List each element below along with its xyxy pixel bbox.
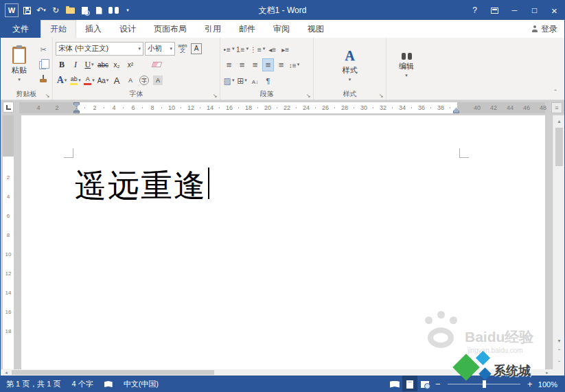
- sort-button[interactable]: [249, 74, 261, 87]
- proofing-button[interactable]: [99, 376, 118, 392]
- highlight-color-button[interactable]: ab: [69, 74, 82, 87]
- change-case-dropdown-icon[interactable]: [106, 78, 109, 83]
- previous-page-button[interactable]: [553, 347, 565, 358]
- clear-formatting-button[interactable]: [150, 58, 163, 71]
- show-hide-marks-button[interactable]: [262, 74, 274, 87]
- scroll-right-button[interactable]: [542, 369, 553, 376]
- tab-design[interactable]: 设计: [111, 20, 145, 38]
- left-indent-marker[interactable]: [73, 111, 80, 113]
- styles-dropdown-icon[interactable]: [349, 77, 351, 82]
- pinyin-guide-button[interactable]: wén文: [176, 42, 189, 55]
- enclose-characters-button[interactable]: 字: [138, 74, 150, 87]
- tab-page-layout[interactable]: 页面布局: [145, 20, 196, 38]
- scroll-left-button[interactable]: [1, 369, 12, 376]
- redo-button[interactable]: [49, 3, 62, 17]
- font-size-dropdown-icon[interactable]: [170, 46, 172, 51]
- font-color-dropdown-icon[interactable]: [92, 78, 95, 83]
- multilevel-dropdown-icon[interactable]: [263, 46, 266, 51]
- subscript-button[interactable]: x₂: [111, 58, 123, 71]
- horizontal-scrollbar[interactable]: [1, 369, 564, 376]
- print-preview-button[interactable]: [78, 3, 91, 17]
- numbering-dropdown-icon[interactable]: [246, 46, 249, 51]
- page[interactable]: 遥远重逢: [21, 115, 545, 369]
- align-left-button[interactable]: [223, 58, 235, 71]
- styles-button[interactable]: A 样式: [330, 41, 371, 90]
- vertical-ruler[interactable]: 24681012141618: [3, 115, 14, 369]
- styles-dialog-launcher[interactable]: [378, 92, 384, 99]
- zoom-slider[interactable]: [443, 376, 524, 392]
- decrease-indent-button[interactable]: [266, 42, 278, 55]
- strikethrough-button[interactable]: abc: [97, 58, 109, 71]
- ruler-toggle-button[interactable]: [551, 102, 562, 113]
- language-indicator[interactable]: 中文(中国): [118, 376, 164, 392]
- align-center-button[interactable]: [236, 58, 248, 71]
- line-spacing-button[interactable]: [288, 58, 300, 71]
- copy-button[interactable]: [36, 58, 50, 70]
- tab-stop-selector[interactable]: [3, 102, 14, 113]
- font-color-button[interactable]: A: [83, 74, 95, 87]
- zoom-slider-thumb[interactable]: [483, 380, 486, 388]
- read-mode-button[interactable]: [387, 376, 402, 392]
- print-layout-button[interactable]: [402, 376, 417, 392]
- sign-in-button[interactable]: 登录: [531, 20, 557, 38]
- align-right-button[interactable]: [249, 58, 261, 71]
- font-dialog-launcher[interactable]: [211, 92, 218, 99]
- editing-button[interactable]: 编辑: [386, 41, 427, 90]
- bullets-dropdown-icon[interactable]: [232, 46, 235, 51]
- paste-button[interactable]: 粘贴: [3, 41, 35, 89]
- text-effects-dropdown-icon[interactable]: [65, 78, 67, 83]
- customize-qat-button[interactable]: [122, 3, 134, 17]
- page-info[interactable]: 第 1 页，共 1 页: [1, 376, 66, 392]
- grow-font-button[interactable]: A: [111, 74, 123, 87]
- borders-dropdown-icon[interactable]: [244, 78, 247, 83]
- font-name-combo[interactable]: 宋体 (中文正文): [56, 42, 143, 56]
- web-layout-button[interactable]: [417, 376, 433, 392]
- close-button[interactable]: [544, 1, 564, 20]
- next-page-button[interactable]: [553, 358, 565, 369]
- minimize-button[interactable]: [505, 1, 524, 20]
- clipboard-dialog-launcher[interactable]: [44, 92, 51, 99]
- italic-button[interactable]: I: [69, 58, 82, 71]
- vertical-scrollbar[interactable]: [553, 115, 564, 369]
- tab-review[interactable]: 审阅: [264, 20, 299, 38]
- editing-dropdown-icon[interactable]: [405, 73, 408, 78]
- save-button[interactable]: [21, 3, 33, 17]
- find-button[interactable]: [107, 3, 119, 17]
- tab-home[interactable]: 开始: [41, 20, 76, 38]
- vertical-scrollbar-thumb[interactable]: [555, 128, 563, 166]
- distributed-button[interactable]: [275, 58, 287, 71]
- horizontal-scrollbar-thumb[interactable]: [12, 370, 214, 375]
- text-effects-button[interactable]: A: [56, 74, 68, 87]
- cut-button[interactable]: [36, 43, 50, 55]
- new-document-button[interactable]: [93, 3, 105, 17]
- underline-button[interactable]: U: [83, 58, 95, 71]
- numbering-button[interactable]: [236, 42, 249, 55]
- change-case-button[interactable]: Aa: [97, 74, 109, 87]
- undo-button[interactable]: [35, 3, 47, 17]
- shading-button[interactable]: [223, 74, 235, 87]
- bullets-button[interactable]: [223, 42, 235, 55]
- paste-dropdown-icon[interactable]: [18, 77, 21, 82]
- font-size-combo[interactable]: 小初: [145, 42, 175, 56]
- zoom-in-button[interactable]: +: [524, 376, 535, 392]
- tab-mailings[interactable]: 邮件: [230, 20, 264, 38]
- justify-button[interactable]: [262, 58, 274, 71]
- tab-references[interactable]: 引用: [196, 20, 230, 38]
- underline-dropdown-icon[interactable]: [91, 62, 94, 67]
- scroll-up-button[interactable]: [553, 115, 565, 126]
- document-text[interactable]: 遥远重逢: [75, 165, 207, 207]
- superscript-button[interactable]: x²: [124, 58, 137, 71]
- tab-file[interactable]: 文件: [1, 20, 41, 38]
- zoom-level[interactable]: 100%: [535, 380, 564, 389]
- collapse-ribbon-button[interactable]: [551, 89, 560, 97]
- zoom-out-button[interactable]: −: [433, 376, 443, 392]
- word-count[interactable]: 4 个字: [66, 376, 98, 392]
- increase-indent-button[interactable]: [279, 42, 291, 55]
- font-name-dropdown-icon[interactable]: [138, 46, 141, 51]
- paragraph-dialog-launcher[interactable]: [305, 92, 312, 99]
- character-shading-button[interactable]: A: [152, 74, 164, 87]
- highlight-dropdown-icon[interactable]: [78, 78, 81, 83]
- document-area[interactable]: 遥远重逢: [14, 115, 553, 369]
- maximize-button[interactable]: [524, 1, 544, 20]
- multilevel-list-button[interactable]: [250, 42, 265, 55]
